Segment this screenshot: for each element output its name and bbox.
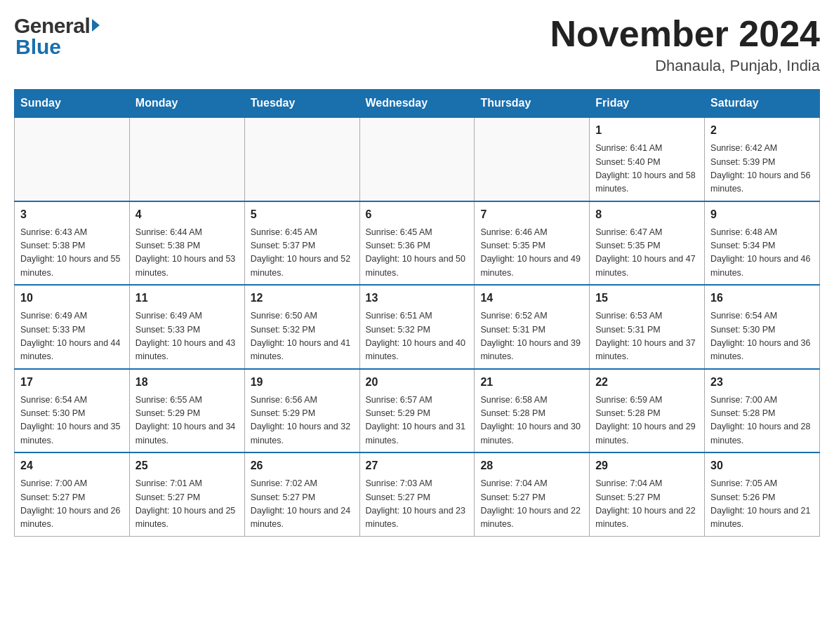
- day-number: 29: [595, 457, 699, 474]
- day-info: Sunrise: 6:46 AM Sunset: 5:35 PM Dayligh…: [480, 226, 583, 281]
- day-info: Sunrise: 7:03 AM Sunset: 5:27 PM Dayligh…: [366, 477, 469, 532]
- day-info: Sunrise: 6:55 AM Sunset: 5:29 PM Dayligh…: [135, 394, 239, 448]
- calendar-cell: 26Sunrise: 7:02 AM Sunset: 5:27 PM Dayli…: [244, 452, 359, 536]
- calendar-cell: 25Sunrise: 7:01 AM Sunset: 5:27 PM Dayli…: [129, 452, 244, 536]
- calendar-week-row-5: 24Sunrise: 7:00 AM Sunset: 5:27 PM Dayli…: [15, 452, 820, 536]
- day-info: Sunrise: 6:44 AM Sunset: 5:38 PM Dayligh…: [135, 226, 239, 281]
- calendar-cell: [244, 117, 359, 201]
- calendar-cell: 11Sunrise: 6:49 AM Sunset: 5:33 PM Dayli…: [129, 285, 244, 369]
- weekday-header-friday: Friday: [590, 90, 705, 118]
- day-number: 13: [366, 290, 469, 307]
- calendar-week-row-4: 17Sunrise: 6:54 AM Sunset: 5:30 PM Dayli…: [15, 369, 820, 453]
- calendar-cell: 29Sunrise: 7:04 AM Sunset: 5:27 PM Dayli…: [590, 452, 705, 536]
- weekday-header-thursday: Thursday: [475, 90, 590, 118]
- day-number: 8: [595, 206, 699, 223]
- calendar-cell: [359, 117, 475, 201]
- calendar-cell: 17Sunrise: 6:54 AM Sunset: 5:30 PM Dayli…: [15, 369, 130, 453]
- calendar-cell: 6Sunrise: 6:45 AM Sunset: 5:36 PM Daylig…: [359, 201, 475, 286]
- day-info: Sunrise: 6:53 AM Sunset: 5:31 PM Dayligh…: [595, 309, 699, 364]
- weekday-header-saturday: Saturday: [705, 90, 820, 118]
- calendar-cell: 3Sunrise: 6:43 AM Sunset: 5:38 PM Daylig…: [15, 201, 130, 286]
- day-info: Sunrise: 6:57 AM Sunset: 5:29 PM Dayligh…: [366, 394, 469, 448]
- day-number: 22: [595, 374, 699, 391]
- day-number: 12: [251, 290, 354, 307]
- calendar-cell: 10Sunrise: 6:49 AM Sunset: 5:33 PM Dayli…: [15, 285, 130, 369]
- day-info: Sunrise: 6:54 AM Sunset: 5:30 PM Dayligh…: [20, 394, 124, 448]
- day-info: Sunrise: 6:49 AM Sunset: 5:33 PM Dayligh…: [135, 309, 239, 364]
- day-info: Sunrise: 6:51 AM Sunset: 5:32 PM Dayligh…: [366, 309, 469, 364]
- day-info: Sunrise: 6:48 AM Sunset: 5:34 PM Dayligh…: [710, 226, 814, 281]
- weekday-header-monday: Monday: [129, 90, 244, 118]
- day-number: 17: [20, 374, 124, 391]
- day-number: 5: [251, 206, 354, 223]
- logo: General Blue: [14, 14, 100, 59]
- calendar-cell: [129, 117, 244, 201]
- day-number: 9: [710, 206, 814, 223]
- day-info: Sunrise: 7:02 AM Sunset: 5:27 PM Dayligh…: [251, 477, 354, 532]
- day-info: Sunrise: 6:52 AM Sunset: 5:31 PM Dayligh…: [480, 309, 583, 364]
- day-info: Sunrise: 7:00 AM Sunset: 5:28 PM Dayligh…: [710, 394, 814, 448]
- day-info: Sunrise: 6:45 AM Sunset: 5:37 PM Dayligh…: [251, 226, 354, 281]
- calendar-cell: 4Sunrise: 6:44 AM Sunset: 5:38 PM Daylig…: [129, 201, 244, 286]
- day-info: Sunrise: 6:43 AM Sunset: 5:38 PM Dayligh…: [20, 226, 124, 281]
- day-info: Sunrise: 6:54 AM Sunset: 5:30 PM Dayligh…: [710, 309, 814, 364]
- weekday-header-tuesday: Tuesday: [244, 90, 359, 118]
- day-info: Sunrise: 6:42 AM Sunset: 5:39 PM Dayligh…: [710, 142, 814, 196]
- calendar-cell: [475, 117, 590, 201]
- logo-blue-text: Blue: [15, 35, 61, 59]
- day-info: Sunrise: 6:56 AM Sunset: 5:29 PM Dayligh…: [251, 394, 354, 448]
- day-number: 23: [710, 374, 814, 391]
- calendar-cell: 9Sunrise: 6:48 AM Sunset: 5:34 PM Daylig…: [705, 201, 820, 286]
- day-number: 11: [135, 290, 239, 307]
- day-number: 2: [710, 122, 814, 139]
- day-number: 14: [480, 290, 583, 307]
- day-number: 27: [366, 457, 469, 474]
- day-number: 25: [135, 457, 239, 474]
- calendar-cell: 2Sunrise: 6:42 AM Sunset: 5:39 PM Daylig…: [705, 117, 820, 201]
- calendar-cell: 30Sunrise: 7:05 AM Sunset: 5:26 PM Dayli…: [705, 452, 820, 536]
- calendar-cell: 22Sunrise: 6:59 AM Sunset: 5:28 PM Dayli…: [590, 369, 705, 453]
- calendar-cell: 20Sunrise: 6:57 AM Sunset: 5:29 PM Dayli…: [359, 369, 475, 453]
- day-number: 26: [251, 457, 354, 474]
- calendar-cell: [15, 117, 130, 201]
- day-info: Sunrise: 6:41 AM Sunset: 5:40 PM Dayligh…: [595, 142, 699, 196]
- day-info: Sunrise: 6:58 AM Sunset: 5:28 PM Dayligh…: [480, 394, 583, 448]
- day-number: 20: [366, 374, 469, 391]
- calendar-cell: 14Sunrise: 6:52 AM Sunset: 5:31 PM Dayli…: [475, 285, 590, 369]
- calendar-cell: 27Sunrise: 7:03 AM Sunset: 5:27 PM Dayli…: [359, 452, 475, 536]
- calendar-cell: 8Sunrise: 6:47 AM Sunset: 5:35 PM Daylig…: [590, 201, 705, 286]
- calendar-cell: 21Sunrise: 6:58 AM Sunset: 5:28 PM Dayli…: [475, 369, 590, 453]
- day-number: 24: [20, 457, 124, 474]
- day-number: 7: [480, 206, 583, 223]
- day-info: Sunrise: 6:49 AM Sunset: 5:33 PM Dayligh…: [20, 309, 124, 364]
- title-area: November 2024 Dhanaula, Punjab, India: [550, 14, 820, 75]
- calendar-table: SundayMondayTuesdayWednesdayThursdayFrid…: [14, 89, 820, 537]
- day-number: 10: [20, 290, 124, 307]
- weekday-header-sunday: Sunday: [15, 90, 130, 118]
- calendar-cell: 23Sunrise: 7:00 AM Sunset: 5:28 PM Dayli…: [705, 369, 820, 453]
- day-info: Sunrise: 6:59 AM Sunset: 5:28 PM Dayligh…: [595, 394, 699, 448]
- logo-triangle-icon: [92, 19, 100, 32]
- calendar-week-row-3: 10Sunrise: 6:49 AM Sunset: 5:33 PM Dayli…: [15, 285, 820, 369]
- calendar-cell: 7Sunrise: 6:46 AM Sunset: 5:35 PM Daylig…: [475, 201, 590, 286]
- page-header: General Blue November 2024 Dhanaula, Pun…: [14, 14, 820, 75]
- calendar-week-row-2: 3Sunrise: 6:43 AM Sunset: 5:38 PM Daylig…: [15, 201, 820, 286]
- calendar-cell: 24Sunrise: 7:00 AM Sunset: 5:27 PM Dayli…: [15, 452, 130, 536]
- day-number: 30: [710, 457, 814, 474]
- day-number: 6: [366, 206, 469, 223]
- day-number: 16: [710, 290, 814, 307]
- day-info: Sunrise: 7:01 AM Sunset: 5:27 PM Dayligh…: [135, 477, 239, 532]
- weekday-header-wednesday: Wednesday: [359, 90, 475, 118]
- calendar-cell: 16Sunrise: 6:54 AM Sunset: 5:30 PM Dayli…: [705, 285, 820, 369]
- day-number: 1: [595, 122, 699, 139]
- month-title: November 2024: [550, 14, 820, 54]
- day-number: 3: [20, 206, 124, 223]
- calendar-cell: 13Sunrise: 6:51 AM Sunset: 5:32 PM Dayli…: [359, 285, 475, 369]
- day-number: 18: [135, 374, 239, 391]
- day-number: 21: [480, 374, 583, 391]
- calendar-cell: 19Sunrise: 6:56 AM Sunset: 5:29 PM Dayli…: [244, 369, 359, 453]
- day-info: Sunrise: 7:04 AM Sunset: 5:27 PM Dayligh…: [480, 477, 583, 532]
- logo-general-text: General: [14, 14, 90, 38]
- day-info: Sunrise: 7:00 AM Sunset: 5:27 PM Dayligh…: [20, 477, 124, 532]
- day-number: 28: [480, 457, 583, 474]
